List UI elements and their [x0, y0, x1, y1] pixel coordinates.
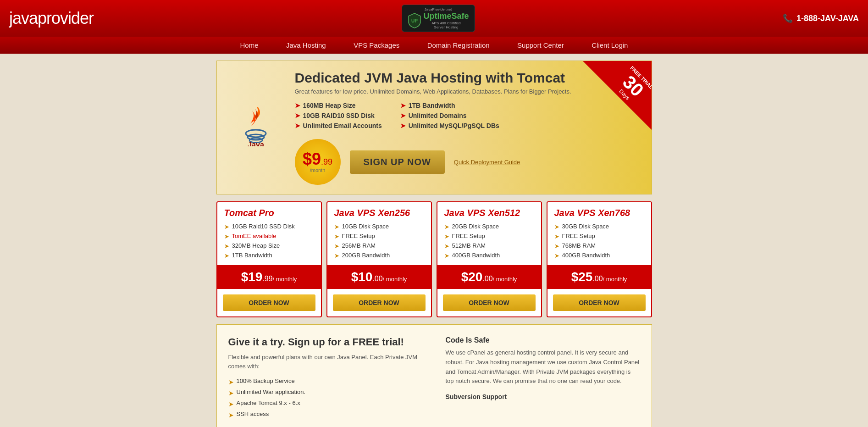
plan-feature-2-3: ➤400GB Bandwidth	[444, 252, 534, 259]
nav-client-login[interactable]: Client Login	[579, 37, 641, 54]
feature-bandwidth: ➤1TB Bandwidth	[400, 102, 499, 109]
phone-number: 📞 1-888-JAV-JAVA	[783, 13, 859, 23]
subversion-title: Subversion Support	[446, 393, 640, 400]
plan-price-amount-2: $20	[461, 270, 483, 284]
bottom-section: Give it a try. Sign up for a FREE trial!…	[216, 324, 652, 427]
free-trial-desc: Flexible and powerful plans with our own…	[228, 353, 422, 371]
free-trial-corner: FREE TRIAL 30 Days	[583, 61, 652, 130]
arrow-icon: ➤	[400, 112, 406, 119]
plan-feature-3-3: ➤400GB Bandwidth	[554, 252, 644, 259]
java-flame-icon: Java	[226, 105, 286, 150]
nav-home[interactable]: Home	[227, 37, 271, 54]
arrow-icon: ➤	[554, 223, 559, 230]
banner-actions: $9.99 /month SIGN UP NOW Quick Deploymen…	[295, 139, 642, 185]
arrow-icon: ➤	[334, 223, 339, 230]
uptime-badge: JavaProvider.net UP UptimeSafe APS 400 C…	[402, 5, 475, 32]
arrow-icon: ➤	[334, 233, 339, 240]
arrow-icon: ➤	[295, 122, 300, 129]
code-safe-text: We use cPanel as general hosting control…	[446, 348, 640, 386]
arrow-icon: ➤	[295, 112, 300, 119]
plan-order-1: ORDER NOW	[327, 289, 431, 316]
arrow-icon: ➤	[554, 233, 559, 240]
price-main: $9	[303, 151, 321, 167]
plan-feature-0-0: ➤10GB Raid10 SSD Disk	[224, 223, 314, 230]
plan-feature-3-0: ➤30GB Disk Space	[554, 223, 644, 230]
signup-button[interactable]: SIGN UP NOW	[350, 150, 445, 174]
features-col-left: ➤160MB Heap Size ➤10GB RAID10 SSD Disk ➤…	[295, 102, 382, 132]
order-button-3[interactable]: ORDER NOW	[553, 294, 646, 311]
nav-vps-packages[interactable]: VPS Packages	[341, 37, 412, 54]
arrow-icon: ➤	[334, 243, 339, 250]
arrow-icon: ➤	[400, 102, 406, 109]
plan-price-period-0: / monthly	[273, 276, 297, 283]
plan-price-cents-3: .00	[592, 275, 603, 283]
header: javaprovider JavaProvider.net UP UptimeS…	[0, 0, 868, 37]
plan-price-1: $10.00/ monthly	[327, 265, 431, 289]
plan-name-2: Java VPS Xen512	[444, 208, 534, 218]
plan-feature-1-1: ➤FREE Setup	[334, 233, 424, 240]
arrow-icon: ➤	[554, 243, 559, 250]
uptime-shield: UP UptimeSafe APS 400 Certified Server H…	[408, 11, 469, 29]
arrow-icon: ➤	[228, 378, 234, 386]
plan-feature-2-1: ➤FREE Setup	[444, 233, 534, 240]
plan-price-cents-1: .00	[372, 275, 382, 283]
order-button-0[interactable]: ORDER NOW	[223, 294, 315, 311]
plan-price-period-2: / monthly	[493, 276, 517, 283]
arrow-icon: ➤	[224, 243, 229, 250]
plan-header-0: Tomcat Pro ➤10GB Raid10 SSD Disk ➤TomEE …	[217, 202, 321, 265]
plan-header-2: Java VPS Xen512 ➤20GB Disk Space ➤FREE S…	[437, 202, 541, 265]
plan-order-2: ORDER NOW	[437, 289, 541, 316]
arrow-icon: ➤	[224, 252, 229, 259]
code-safe-title: Code Is Safe	[446, 336, 640, 344]
plan-price-3: $25.00/ monthly	[547, 265, 651, 289]
plan-feature-0-1: ➤TomEE available	[224, 233, 314, 240]
plan-tomcat-pro: Tomcat Pro ➤10GB Raid10 SSD Disk ➤TomEE …	[216, 201, 322, 317]
plan-feature-3-1: ➤FREE Setup	[554, 233, 644, 240]
price-bubble: $9.99 /month	[295, 139, 341, 185]
plan-header-3: Java VPS Xen768 ➤30GB Disk Space ➤FREE S…	[547, 202, 651, 265]
uptime-hosting: Server Hosting	[424, 25, 469, 29]
bottom-feature-3: ➤SSH access	[228, 410, 422, 419]
free-trial-heading: Give it a try. Sign up for a FREE trial!	[228, 336, 422, 348]
java-flame-svg: Java	[238, 105, 274, 146]
plan-price-amount-3: $25	[571, 270, 593, 284]
plan-xen256: Java VPS Xen256 ➤10GB Disk Space ➤FREE S…	[326, 201, 432, 317]
order-button-2[interactable]: ORDER NOW	[443, 294, 536, 311]
arrow-icon: ➤	[334, 252, 339, 259]
plan-price-period-1: / monthly	[383, 276, 407, 283]
plan-feature-3-2: ➤768MB RAM	[554, 242, 644, 250]
nav-support-center[interactable]: Support Center	[504, 37, 577, 54]
plan-price-cents-0: .99	[262, 275, 272, 283]
logo-java: java	[9, 9, 38, 28]
plan-price-0: $19.99/ monthly	[217, 265, 321, 289]
main-nav: Home Java Hosting VPS Packages Domain Re…	[0, 37, 868, 54]
java-logo: Java	[226, 105, 286, 150]
logo-provider: provider	[38, 9, 94, 28]
nav-domain-registration[interactable]: Domain Registration	[415, 37, 503, 54]
plan-price-amount-1: $10	[351, 270, 373, 284]
feature-disk: ➤10GB RAID10 SSD Disk	[295, 112, 382, 119]
site-logo: javaprovider	[9, 9, 94, 28]
order-button-1[interactable]: ORDER NOW	[333, 294, 426, 311]
arrow-icon: ➤	[444, 252, 449, 259]
arrow-icon: ➤	[554, 252, 559, 259]
plan-price-period-3: / monthly	[603, 276, 627, 283]
feature-heap: ➤160MB Heap Size	[295, 102, 382, 109]
shield-icon: UP	[408, 12, 421, 29]
pricing-section: Tomcat Pro ➤10GB Raid10 SSD Disk ➤TomEE …	[216, 201, 652, 317]
quick-deployment-link[interactable]: Quick Deployment Guide	[454, 159, 520, 166]
arrow-icon: ➤	[224, 233, 229, 240]
plan-feature-0-3: ➤1TB Bandwidth	[224, 252, 314, 259]
arrow-icon: ➤	[444, 243, 449, 250]
plan-name-0: Tomcat Pro	[224, 208, 314, 218]
plan-order-3: ORDER NOW	[547, 289, 651, 316]
uptime-brand: UptimeSafe	[424, 11, 469, 21]
uptime-certified: APS 400 Certified	[424, 21, 469, 25]
plan-feature-1-0: ➤10GB Disk Space	[334, 223, 424, 230]
arrow-icon: ➤	[228, 389, 234, 397]
phone-text: 1-888-JAV-JAVA	[796, 14, 859, 23]
nav-java-hosting[interactable]: Java Hosting	[273, 37, 339, 54]
bottom-feature-1: ➤Unlimited War application.	[228, 388, 422, 397]
plan-feature-0-2: ➤320MB Heap Size	[224, 242, 314, 250]
plan-xen512: Java VPS Xen512 ➤20GB Disk Space ➤FREE S…	[437, 201, 542, 317]
